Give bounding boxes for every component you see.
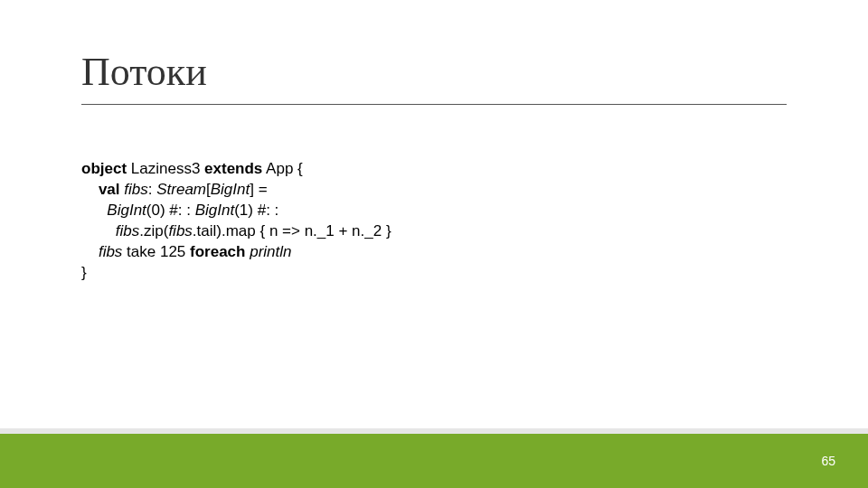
code-line-6: } xyxy=(81,264,87,281)
footer-bar: 65 xyxy=(0,434,868,488)
code-line-1: object Laziness3 extends App { xyxy=(81,160,303,177)
code-line-3: BigInt(0) #: : BigInt(1) #: : xyxy=(81,202,278,219)
code-block: object Laziness3 extends App { val fibs:… xyxy=(81,159,392,284)
slide-title: Потоки xyxy=(81,49,207,95)
code-line-2: val fibs: Stream[BigInt] = xyxy=(81,181,268,198)
code-line-5: fibs take 125 foreach println xyxy=(81,243,292,260)
slide: Потоки object Laziness3 extends App { va… xyxy=(0,0,868,488)
title-underline xyxy=(81,104,787,105)
page-number: 65 xyxy=(821,454,835,468)
code-line-4: fibs.zip(fibs.tail).map { n => n._1 + n.… xyxy=(81,222,392,239)
